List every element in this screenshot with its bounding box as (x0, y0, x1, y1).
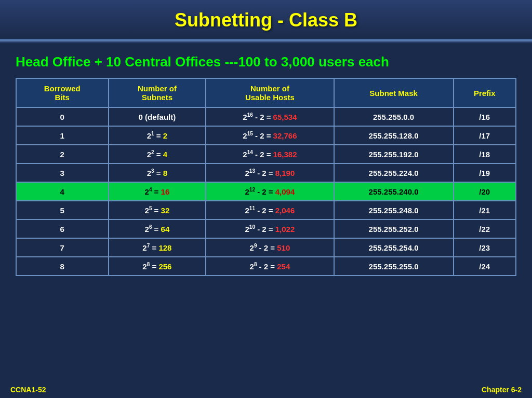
cell-subnets: 25 = 32 (109, 201, 206, 219)
table-wrapper: BorrowedBits Number ofSubnets Number ofU… (16, 78, 516, 276)
table-row: 626 = 64210 - 2 = 1,022255.255.252.0/22 (16, 219, 516, 238)
table-row: 121 = 2215 - 2 = 32,766255.255.128.0/17 (16, 126, 516, 145)
header-number-hosts: Number ofUsable Hosts (206, 78, 334, 107)
cell-hosts: 214 - 2 = 16,382 (206, 145, 334, 163)
main-content: Head Office + 10 Central Offices ---100 … (0, 44, 532, 281)
subnetting-table: BorrowedBits Number ofSubnets Number ofU… (16, 78, 516, 276)
cell-subnet-mask: 255.255.254.0 (334, 238, 454, 257)
cell-subnet-mask: 255.255.240.0 (334, 182, 454, 201)
cell-subnets: 28 = 256 (109, 257, 206, 276)
cell-prefix: /19 (454, 163, 516, 182)
cell-borrowed: 1 (16, 126, 109, 145)
table-header-row: BorrowedBits Number ofSubnets Number ofU… (16, 78, 516, 107)
cell-prefix: /23 (454, 238, 516, 257)
table-row: 727 = 12829 - 2 = 510255.255.254.0/23 (16, 238, 516, 257)
cell-hosts: 212 - 2 = 4,094 (206, 182, 334, 201)
cell-borrowed: 4 (16, 182, 109, 201)
cell-hosts: 210 - 2 = 1,022 (206, 219, 334, 238)
cell-subnet-mask: 255.255.192.0 (334, 145, 454, 163)
cell-subnet-mask: 255.255.255.0 (334, 257, 454, 276)
header-borrowed-bits: BorrowedBits (16, 78, 109, 107)
footer-right: Chapter 6-2 (482, 386, 522, 394)
cell-hosts: 213 - 2 = 8,190 (206, 163, 334, 182)
cell-prefix: /18 (454, 145, 516, 163)
cell-subnets: 27 = 128 (109, 238, 206, 257)
table-row: 323 = 8213 - 2 = 8,190255.255.224.0/19 (16, 163, 516, 182)
table-row: 00 (default)216 - 2 = 65,534255.255.0.0/… (16, 107, 516, 126)
header-number-subnets: Number ofSubnets (109, 78, 206, 107)
cell-prefix: /20 (454, 182, 516, 201)
page-title: Subnetting - Class B (175, 9, 357, 31)
title-bar: Subnetting - Class B (0, 0, 532, 40)
cell-borrowed: 5 (16, 201, 109, 219)
header-subnet-mask: Subnet Mask (334, 78, 454, 107)
cell-hosts: 215 - 2 = 32,766 (206, 126, 334, 145)
table-row: 424 = 16212 - 2 = 4,094255.255.240.0/20 (16, 182, 516, 201)
cell-hosts: 28 - 2 = 254 (206, 257, 334, 276)
cell-borrowed: 3 (16, 163, 109, 182)
table-row: 222 = 4214 - 2 = 16,382255.255.192.0/18 (16, 145, 516, 163)
cell-hosts: 211 - 2 = 2,046 (206, 201, 334, 219)
cell-prefix: /16 (454, 107, 516, 126)
cell-subnets: 23 = 8 (109, 163, 206, 182)
cell-prefix: /24 (454, 257, 516, 276)
cell-prefix: /21 (454, 201, 516, 219)
cell-subnets: 0 (default) (109, 107, 206, 126)
cell-hosts: 29 - 2 = 510 (206, 238, 334, 257)
cell-prefix: /17 (454, 126, 516, 145)
cell-hosts: 216 - 2 = 65,534 (206, 107, 334, 126)
subtitle: Head Office + 10 Central Offices ---100 … (16, 54, 516, 70)
cell-subnet-mask: 255.255.128.0 (334, 126, 454, 145)
footer-left: CCNA1-52 (10, 386, 46, 394)
cell-borrowed: 2 (16, 145, 109, 163)
cell-subnet-mask: 255.255.0.0 (334, 107, 454, 126)
table-row: 525 = 32211 - 2 = 2,046255.255.248.0/21 (16, 201, 516, 219)
cell-borrowed: 8 (16, 257, 109, 276)
cell-borrowed: 7 (16, 238, 109, 257)
cell-borrowed: 6 (16, 219, 109, 238)
footer: CCNA1-52 Chapter 6-2 (10, 386, 522, 394)
cell-subnets: 26 = 64 (109, 219, 206, 238)
cell-subnet-mask: 255.255.252.0 (334, 219, 454, 238)
cell-subnet-mask: 255.255.248.0 (334, 201, 454, 219)
cell-subnet-mask: 255.255.224.0 (334, 163, 454, 182)
cell-subnets: 21 = 2 (109, 126, 206, 145)
cell-subnets: 24 = 16 (109, 182, 206, 201)
cell-subnets: 22 = 4 (109, 145, 206, 163)
cell-borrowed: 0 (16, 107, 109, 126)
cell-prefix: /22 (454, 219, 516, 238)
header-prefix: Prefix (454, 78, 516, 107)
table-row: 828 = 25628 - 2 = 254255.255.255.0/24 (16, 257, 516, 276)
